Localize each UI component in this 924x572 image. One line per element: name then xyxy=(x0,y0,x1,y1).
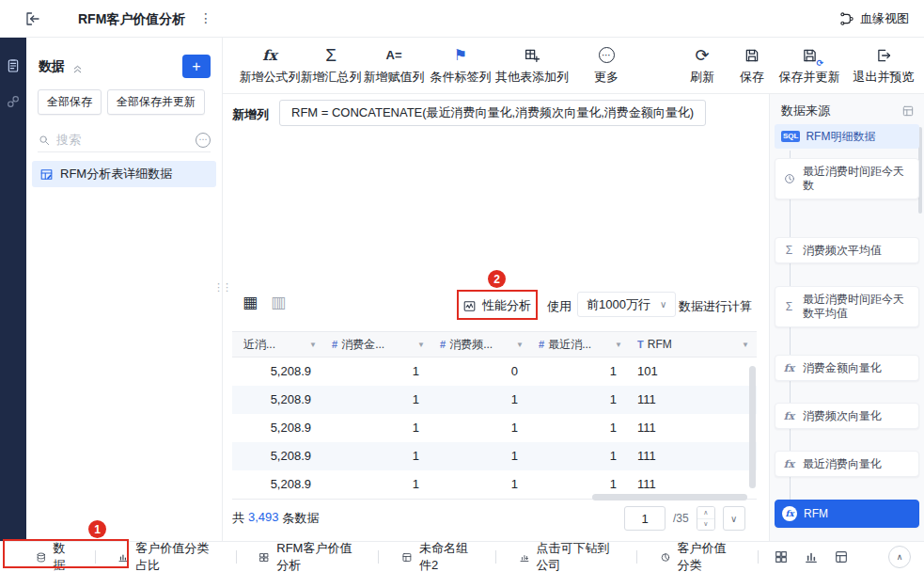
condition-tag-column-button[interactable]: 条件标签列 xyxy=(431,45,492,86)
page-up-button[interactable] xyxy=(697,507,714,519)
column-header[interactable]: # 消费频... xyxy=(432,332,531,357)
flow-node-rfm-selected[interactable]: RFM xyxy=(775,500,919,528)
column-type-icon: T xyxy=(637,339,644,350)
performance-analysis-button[interactable]: 性能分析 xyxy=(462,295,531,316)
sigma-icon xyxy=(782,244,796,258)
association-icon[interactable] xyxy=(6,94,21,109)
source-table-item[interactable]: SQL RFM明细数据 xyxy=(775,124,919,149)
save-all-button[interactable]: 全部保存 xyxy=(38,89,102,115)
pie-chart-icon xyxy=(660,550,671,564)
tab-label: 客户价值分类 xyxy=(677,540,735,572)
dataset-item[interactable]: RFM分析表详细数据 xyxy=(32,161,216,187)
table-horizontal-scrollbar[interactable] xyxy=(592,494,747,500)
page-down-button[interactable] xyxy=(697,519,714,531)
table-cell: 5,208.9 xyxy=(232,358,324,386)
save-update-button[interactable]: 保存并更新 xyxy=(779,45,840,86)
exit-preview-icon xyxy=(875,45,892,65)
row-count-summary: 共 3,493 条数据 xyxy=(232,510,320,527)
diagram-view-icon[interactable] xyxy=(901,104,915,118)
column-label: 消费金... xyxy=(341,337,384,353)
formula-input[interactable]: RFM = CONCATENATE(最近消费向量化,消费频次向量化,消费金额向量… xyxy=(279,100,706,126)
sidebar-title: 数据 xyxy=(39,58,65,75)
flow-node-amount-vector[interactable]: 消费金额向量化 xyxy=(775,355,919,381)
filter-caret-icon[interactable] xyxy=(417,341,425,349)
other-table-column-button[interactable]: 其他表添加列 xyxy=(495,45,569,86)
add-dataset-button[interactable]: + xyxy=(182,55,211,78)
table-cell: 1 xyxy=(531,442,630,470)
column-header[interactable]: 近消... xyxy=(232,332,324,357)
page-input[interactable] xyxy=(624,506,666,531)
tab-rfm-analysis[interactable]: RFM客户价值分析 xyxy=(236,542,378,572)
column-label: RFM xyxy=(648,338,672,351)
collapse-all-icon[interactable] xyxy=(71,62,84,74)
save-button[interactable]: 保存 xyxy=(740,45,764,86)
add-formula-column-button[interactable]: 新增公式列 xyxy=(240,45,301,86)
table-vertical-scrollbar[interactable] xyxy=(749,366,756,488)
exit-edit-icon[interactable] xyxy=(24,10,41,27)
panel-header: 数据来源 xyxy=(781,103,915,119)
toolbar-label: 新增公式列 xyxy=(240,69,301,86)
filter-caret-icon[interactable] xyxy=(615,341,622,349)
refresh-button[interactable]: 刷新 xyxy=(690,45,714,86)
table-cell: 101 xyxy=(630,358,757,386)
save-all-update-button[interactable]: 全部保存并更新 xyxy=(107,89,205,115)
add-filter-icon[interactable] xyxy=(834,549,849,564)
clock-icon xyxy=(782,172,796,185)
tab-value-classification[interactable]: 客户价值分类 xyxy=(637,542,758,572)
add-chart-icon[interactable] xyxy=(804,549,819,564)
filter-caret-icon[interactable] xyxy=(742,341,749,349)
filter-caret-icon[interactable] xyxy=(309,341,317,349)
more-button[interactable]: 更多 xyxy=(594,45,619,86)
add-summary-column-button[interactable]: 新增汇总列 xyxy=(301,45,362,86)
flow-node-days-since-purchase[interactable]: 最近消费时间距今天数 xyxy=(775,158,919,199)
table-header: 近消... # 消费金... # 消费频... # 最近消... T RFM xyxy=(232,331,757,358)
column-type-icon: # xyxy=(332,339,337,350)
column-type-icon: # xyxy=(539,339,544,350)
panel-title: 数据来源 xyxy=(781,103,830,119)
toolbar-label: 保存 xyxy=(740,69,764,86)
exit-preview-button[interactable]: 退出并预览 xyxy=(854,45,915,86)
flow-node-recency-vector[interactable]: 最近消费向量化 xyxy=(775,451,919,477)
left-icon-rail xyxy=(0,38,26,541)
annotation-badge-2: 2 xyxy=(488,270,506,288)
add-component-icon[interactable] xyxy=(774,549,789,564)
flow-node-frequency-avg[interactable]: 消费频次平均值 xyxy=(775,237,919,263)
flow-node-frequency-vector[interactable]: 消费频次向量化 xyxy=(775,403,919,429)
column-header[interactable]: # 最近消... xyxy=(531,332,630,357)
column-view-icon[interactable] xyxy=(271,294,286,310)
tab-value-share[interactable]: 客户价值分类占比 xyxy=(95,542,235,572)
table-cell: 1 xyxy=(432,470,531,499)
tab-data[interactable]: 数据 xyxy=(13,542,95,572)
search-input[interactable] xyxy=(56,133,190,147)
table-cell: 1 xyxy=(324,442,432,470)
table-row: 5,208.9 1 1 1 111 xyxy=(232,442,757,470)
tab-label: 未命名组件2 xyxy=(419,540,473,572)
tab-unnamed-component[interactable]: 未命名组件2 xyxy=(379,542,495,572)
collapse-bar-button[interactable] xyxy=(888,546,911,568)
fx-icon xyxy=(782,362,796,374)
column-header[interactable]: # 消费金... xyxy=(324,332,432,357)
column-header[interactable]: T RFM xyxy=(630,332,757,357)
column-label: 近消... xyxy=(243,337,275,353)
data-edit-icon[interactable] xyxy=(6,58,21,73)
table-cell: 5,208.9 xyxy=(232,386,324,414)
lineage-view-button[interactable]: 血缘视图 xyxy=(839,10,909,27)
search-options-icon[interactable] xyxy=(196,133,211,148)
flow-node-days-avg[interactable]: 最近消费时间距今天数平均值 xyxy=(775,286,919,327)
row-limit-dropdown[interactable]: 前1000万行 xyxy=(577,292,676,317)
tab-drill-company[interactable]: 点击可下钻到公司 xyxy=(496,542,636,572)
title-more-icon[interactable] xyxy=(199,10,212,25)
add-assign-column-button[interactable]: 新增赋值列 xyxy=(364,45,425,86)
chevron-up-icon xyxy=(703,509,708,516)
flag-icon xyxy=(454,45,467,65)
filter-caret-icon[interactable] xyxy=(516,341,524,349)
tab-label: RFM客户价值分析 xyxy=(276,540,355,572)
chevron-up-icon xyxy=(897,552,903,562)
data-table: 近消... # 消费金... # 消费频... # 最近消... T RFM 5… xyxy=(232,331,757,500)
table-cell: 1 xyxy=(432,442,531,470)
grid-view-icon[interactable] xyxy=(243,294,258,310)
fx-icon xyxy=(262,45,276,65)
table-cell: 5,208.9 xyxy=(232,414,324,442)
page-dropdown-button[interactable] xyxy=(723,506,745,531)
panel-resize-handle[interactable] xyxy=(213,279,224,296)
